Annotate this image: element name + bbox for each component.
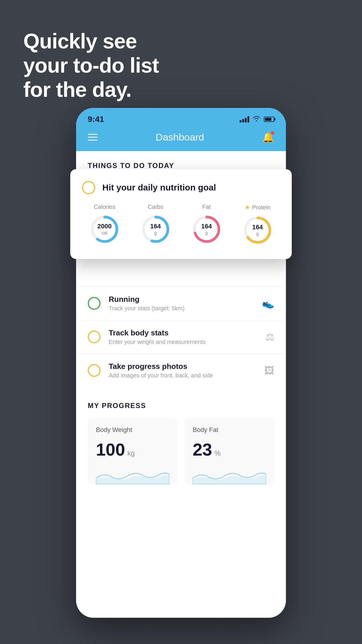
task-item[interactable]: Take progress photos Add images of your … (76, 354, 286, 387)
task-list: Running Track your stats (target: 5km) 👟… (76, 286, 286, 387)
progress-unit: kg (127, 449, 135, 457)
donut-value: 164 (252, 223, 263, 231)
progress-card-title: Body Weight (96, 426, 169, 434)
progress-card-title: Body Fat (193, 426, 266, 434)
task-item[interactable]: Running Track your stats (target: 5km) 👟 (76, 286, 286, 320)
card-check-circle (82, 181, 95, 194)
status-icons (240, 116, 274, 123)
progress-grid: Body Weight 100 kg Body Fat 23 % (88, 418, 274, 484)
donut-unit: g (201, 230, 212, 236)
donut-text: 164 g (150, 223, 161, 236)
header-title: Dashboard (156, 132, 204, 143)
progress-title: MY PROGRESS (88, 402, 274, 410)
nutrition-item: ★Protein 164 g (242, 204, 274, 246)
donut-chart: 164 g (191, 213, 223, 245)
nutrition-item: Fat 164 g (191, 204, 223, 246)
progress-unit: % (215, 449, 221, 457)
nutrition-label: Fat (202, 204, 211, 210)
task-icon: 🖼 (264, 365, 274, 376)
star-icon: ★ (245, 204, 250, 211)
donut-unit: g (150, 230, 161, 236)
task-sub: Add images of your front, back, and side (109, 372, 256, 379)
task-icon: 👟 (262, 298, 274, 309)
nutrition-item: Carbs 164 g (140, 204, 172, 246)
donut-unit: cal (97, 230, 112, 236)
donut-chart: 2000 cal (89, 213, 121, 245)
donut-value: 2000 (97, 223, 112, 230)
task-icon: ⚖ (266, 331, 274, 343)
progress-section: MY PROGRESS Body Weight 100 kg Body Fat … (76, 387, 286, 496)
task-body: Track body stats Enter your weight and m… (109, 328, 257, 345)
task-item[interactable]: Track body stats Enter your weight and m… (76, 320, 286, 354)
task-body: Take progress photos Add images of your … (109, 362, 256, 379)
task-name: Take progress photos (109, 362, 256, 371)
task-body: Running Track your stats (target: 5km) (109, 295, 254, 312)
app-header: Dashboard 🔔 (76, 125, 286, 151)
headline-line3: for the day. (23, 78, 159, 102)
donut-chart: 164 g (242, 214, 274, 246)
donut-value: 164 (201, 223, 212, 230)
progress-number: 23 (193, 440, 212, 460)
signal-icon (240, 116, 249, 123)
task-name: Track body stats (109, 328, 257, 337)
card-title: Hit your daily nutrition goal (102, 183, 216, 192)
headline: Quickly see your to-do list for the day. (23, 29, 159, 102)
nutrition-card: Hit your daily nutrition goal Calories 2… (70, 169, 292, 259)
donut-unit: g (252, 231, 263, 237)
headline-line1: Quickly see (23, 29, 159, 53)
donut-value: 164 (150, 223, 161, 230)
task-check-circle (88, 297, 101, 310)
status-bar: 9:41 (76, 108, 286, 125)
headline-line2: your to-do list (23, 53, 159, 78)
wave-chart (193, 467, 266, 484)
progress-value-row: 23 % (193, 440, 266, 460)
task-check-circle (88, 364, 101, 377)
progress-card[interactable]: Body Weight 100 kg (88, 418, 178, 484)
nutrition-grid: Calories 2000 cal Carbs 164 g Fat (82, 204, 280, 246)
task-check-circle (88, 330, 101, 343)
battery-icon (264, 117, 274, 122)
progress-number: 100 (96, 440, 125, 460)
wave-chart (96, 467, 169, 484)
progress-value-row: 100 kg (96, 440, 169, 460)
donut-text: 2000 cal (97, 223, 112, 236)
task-sub: Enter your weight and measurements (109, 339, 257, 345)
bell-icon[interactable]: 🔔 (262, 131, 274, 143)
donut-text: 164 g (252, 223, 263, 237)
nutrition-item: Calories 2000 cal (89, 204, 121, 246)
nutrition-label: Carbs (148, 204, 163, 210)
hamburger-menu[interactable] (88, 134, 98, 141)
nutrition-label: ★Protein (245, 204, 270, 211)
donut-chart: 164 g (140, 213, 172, 245)
task-sub: Track your stats (target: 5km) (109, 305, 254, 312)
nutrition-label: Calories (94, 204, 115, 210)
donut-text: 164 g (201, 223, 212, 236)
task-name: Running (109, 295, 254, 304)
progress-card[interactable]: Body Fat 23 % (184, 418, 274, 484)
status-time: 9:41 (88, 115, 104, 124)
wifi-icon (253, 116, 260, 123)
